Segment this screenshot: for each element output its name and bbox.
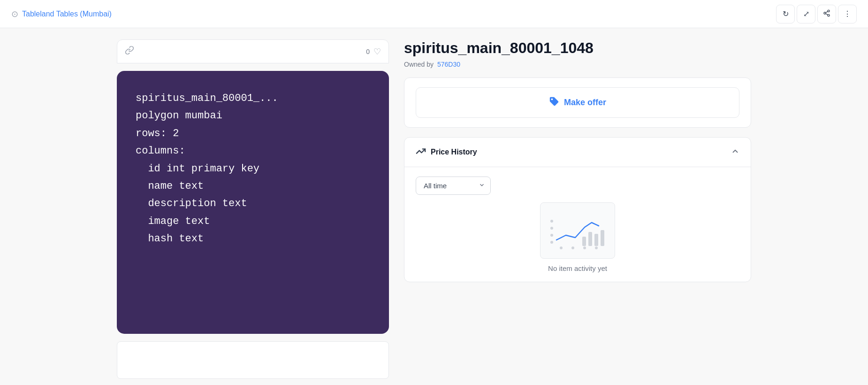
nft-code-content: spiritus_main_80001_... polygon mumbai r…	[136, 90, 370, 248]
svg-point-6	[550, 234, 553, 237]
like-count: 0	[366, 48, 370, 55]
svg-rect-12	[601, 230, 604, 246]
owned-by-label: Owned by	[404, 61, 434, 68]
svg-point-16	[595, 246, 598, 249]
owned-by-row: Owned by 576D30	[404, 61, 751, 68]
share-icon	[823, 9, 830, 19]
item-header: spiritus_main_80001_1048 Owned by 576D30	[404, 39, 751, 68]
top-nav: ⊙ Tableland Tables (Mumbai) ↻ ⤢ ⋮	[0, 0, 868, 28]
price-history-header[interactable]: Price History	[404, 138, 751, 167]
make-offer-label: Make offer	[564, 98, 606, 108]
svg-line-4	[826, 11, 828, 13]
svg-point-1	[824, 12, 826, 14]
breadcrumb-text: Tableland Tables (Mumbai)	[22, 10, 112, 18]
heart-icon[interactable]: ♡	[373, 46, 381, 57]
make-offer-button[interactable]: Make offer	[416, 87, 739, 118]
svg-point-0	[828, 10, 830, 12]
svg-rect-10	[588, 232, 592, 246]
chevron-up-icon	[731, 147, 739, 157]
price-history-label: Price History	[431, 148, 477, 156]
external-link-button[interactable]: ⤢	[797, 5, 815, 23]
nav-actions: ↻ ⤢ ⋮	[776, 5, 857, 23]
svg-rect-11	[594, 234, 598, 246]
refresh-button[interactable]: ↻	[776, 5, 795, 23]
share-button[interactable]	[817, 5, 836, 23]
nft-card: spiritus_main_80001_... polygon mumbai r…	[117, 71, 389, 334]
left-panel: 0 ♡ spiritus_main_80001_... polygon mumb…	[117, 39, 389, 379]
svg-rect-9	[582, 237, 586, 246]
svg-point-15	[583, 246, 586, 249]
item-title: spiritus_main_80001_1048	[404, 39, 751, 57]
make-offer-card: Make offer	[404, 77, 751, 128]
card-link-area	[125, 46, 134, 57]
card-toolbar: 0 ♡	[117, 39, 389, 63]
no-activity-text: No item activity yet	[548, 264, 607, 272]
owner-address-link[interactable]: 576D30	[437, 61, 460, 68]
breadcrumb-area: ⊙ Tableland Tables (Mumbai)	[11, 9, 112, 19]
bottom-card	[117, 341, 389, 379]
svg-point-14	[571, 246, 574, 249]
time-select-wrapper: All time Last 7 days Last 30 days Last 9…	[416, 177, 491, 195]
refresh-icon: ↻	[783, 9, 789, 18]
card-link-icon	[125, 46, 134, 57]
svg-point-8	[550, 220, 553, 223]
price-history-body: All time Last 7 days Last 30 days Last 9…	[404, 167, 751, 282]
trend-icon	[416, 146, 426, 158]
svg-point-5	[550, 241, 553, 244]
main-content: 0 ♡ spiritus_main_80001_... polygon mumb…	[106, 28, 762, 385]
svg-point-7	[550, 227, 553, 230]
svg-point-2	[828, 14, 830, 16]
price-history-card: Price History All time Last 7 days Last …	[404, 137, 751, 282]
no-activity-section: No item activity yet	[416, 202, 739, 272]
price-history-title-area: Price History	[416, 146, 477, 158]
link-icon: ⊙	[11, 9, 18, 19]
svg-point-13	[560, 246, 563, 249]
more-options-button[interactable]: ⋮	[838, 5, 857, 23]
svg-line-3	[826, 14, 828, 15]
more-icon: ⋮	[844, 9, 851, 18]
right-panel: spiritus_main_80001_1048 Owned by 576D30…	[404, 39, 751, 379]
card-like-area: 0 ♡	[366, 46, 381, 57]
chart-placeholder	[540, 202, 615, 259]
time-range-select[interactable]: All time Last 7 days Last 30 days Last 9…	[416, 177, 491, 195]
external-link-icon: ⤢	[803, 9, 809, 18]
tag-icon	[549, 96, 559, 109]
